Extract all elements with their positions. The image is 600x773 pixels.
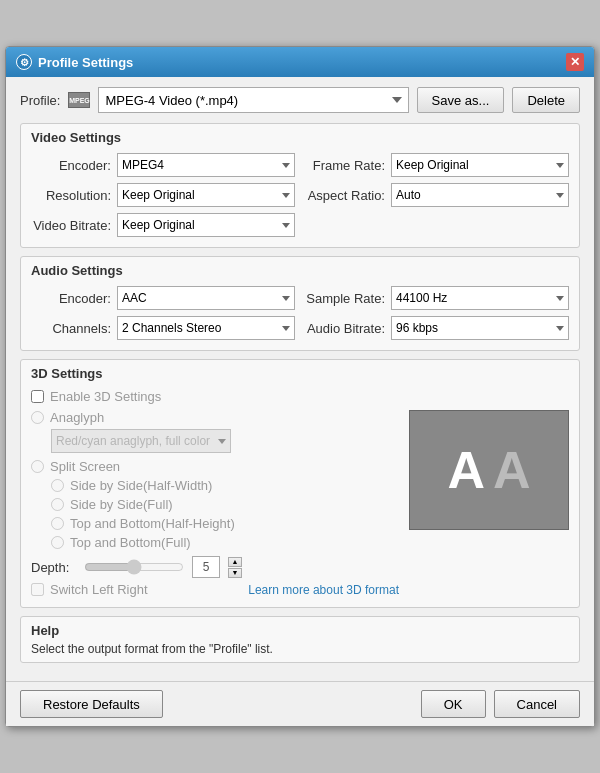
top-full-label[interactable]: Top and Bottom(Full) xyxy=(70,535,191,550)
depth-up-button[interactable]: ▲ xyxy=(228,557,242,567)
profile-select[interactable]: MPEG-4 Video (*.mp4) xyxy=(98,87,408,113)
enable-3d-label[interactable]: Enable 3D Settings xyxy=(50,389,161,404)
preview-aa-display: A A xyxy=(447,444,530,496)
mpeg-icon: MPEG xyxy=(68,92,90,108)
channels-label: Channels: xyxy=(31,321,111,336)
depth-value-input[interactable] xyxy=(192,556,220,578)
enable-3d-row: Enable 3D Settings xyxy=(31,389,569,404)
sample-rate-label: Sample Rate: xyxy=(305,291,385,306)
side-full-label[interactable]: Side by Side(Full) xyxy=(70,497,173,512)
top-full-row: Top and Bottom(Full) xyxy=(51,535,399,550)
audio-bitrate-row: Audio Bitrate: 96 kbps xyxy=(305,316,569,340)
side-half-row: Side by Side(Half-Width) xyxy=(51,478,399,493)
top-half-label[interactable]: Top and Bottom(Half-Height) xyxy=(70,516,235,531)
top-full-radio[interactable] xyxy=(51,536,64,549)
video-bitrate-label: Video Bitrate: xyxy=(31,218,111,233)
aspect-ratio-select[interactable]: Auto xyxy=(391,183,569,207)
audio-settings-grid: Encoder: AAC Sample Rate: 44100 Hz Chann… xyxy=(31,286,569,340)
dialog-title: Profile Settings xyxy=(38,55,133,70)
audio-bitrate-select[interactable]: 96 kbps xyxy=(391,316,569,340)
ok-button[interactable]: OK xyxy=(421,690,486,718)
help-text: Select the output format from the "Profi… xyxy=(31,642,569,656)
anaglyph-select-row: Red/cyan anaglyph, full color xyxy=(51,429,399,453)
profile-label: Profile: xyxy=(20,93,60,108)
sample-rate-row: Sample Rate: 44100 Hz xyxy=(305,286,569,310)
restore-defaults-button[interactable]: Restore Defaults xyxy=(20,690,163,718)
switch-lr-checkbox[interactable] xyxy=(31,583,44,596)
audio-encoder-row: Encoder: AAC xyxy=(31,286,295,310)
3d-content: Anaglyph Red/cyan anaglyph, full color S… xyxy=(31,410,569,597)
profile-settings-dialog: ⚙ Profile Settings ✕ Profile: MPEG MPEG-… xyxy=(5,46,595,727)
frame-rate-row: Frame Rate: Keep Original xyxy=(305,153,569,177)
dialog-icon: ⚙ xyxy=(16,54,32,70)
aspect-ratio-row: Aspect Ratio: Auto xyxy=(305,183,569,207)
close-button[interactable]: ✕ xyxy=(566,53,584,71)
channels-row: Channels: 2 Channels Stereo xyxy=(31,316,295,340)
top-half-row: Top and Bottom(Half-Height) xyxy=(51,516,399,531)
split-options: Side by Side(Half-Width) Side by Side(Fu… xyxy=(51,478,399,550)
top-half-radio[interactable] xyxy=(51,517,64,530)
resolution-label: Resolution: xyxy=(31,188,111,203)
cancel-button[interactable]: Cancel xyxy=(494,690,580,718)
audio-encoder-label: Encoder: xyxy=(31,291,111,306)
side-half-radio[interactable] xyxy=(51,479,64,492)
depth-label: Depth: xyxy=(31,560,76,575)
preview-a-left: A xyxy=(447,444,485,496)
enable-3d-checkbox[interactable] xyxy=(31,390,44,403)
encoder-label: Encoder: xyxy=(31,158,111,173)
switch-row: Switch Left Right Learn more about 3D fo… xyxy=(31,582,399,597)
side-full-radio[interactable] xyxy=(51,498,64,511)
audio-settings-section: Audio Settings Encoder: AAC Sample Rate:… xyxy=(20,256,580,351)
dialog-content: Profile: MPEG MPEG-4 Video (*.mp4) Save … xyxy=(6,77,594,681)
video-settings-section: Video Settings Encoder: MPEG4 Frame Rate… xyxy=(20,123,580,248)
footer-right: OK Cancel xyxy=(421,690,580,718)
frame-rate-select[interactable]: Keep Original xyxy=(391,153,569,177)
3d-settings-title: 3D Settings xyxy=(31,366,569,381)
resolution-row: Resolution: Keep Original xyxy=(31,183,295,207)
dialog-footer: Restore Defaults OK Cancel xyxy=(6,681,594,726)
split-screen-radio[interactable] xyxy=(31,460,44,473)
sample-rate-select[interactable]: 44100 Hz xyxy=(391,286,569,310)
video-settings-title: Video Settings xyxy=(31,130,569,145)
save-as-button[interactable]: Save as... xyxy=(417,87,505,113)
anaglyph-type-select[interactable]: Red/cyan anaglyph, full color xyxy=(51,429,231,453)
learn-more-link[interactable]: Learn more about 3D format xyxy=(248,583,399,597)
preview-a-right: A xyxy=(493,444,531,496)
resolution-select[interactable]: Keep Original xyxy=(117,183,295,207)
depth-down-button[interactable]: ▼ xyxy=(228,568,242,578)
title-bar: ⚙ Profile Settings ✕ xyxy=(6,47,594,77)
anaglyph-row: Anaglyph xyxy=(31,410,399,425)
frame-rate-label: Frame Rate: xyxy=(305,158,385,173)
anaglyph-label[interactable]: Anaglyph xyxy=(50,410,104,425)
video-bitrate-select[interactable]: Keep Original xyxy=(117,213,295,237)
aspect-ratio-label: Aspect Ratio: xyxy=(305,188,385,203)
3d-options-left: Anaglyph Red/cyan anaglyph, full color S… xyxy=(31,410,399,597)
encoder-select[interactable]: MPEG4 xyxy=(117,153,295,177)
split-screen-label[interactable]: Split Screen xyxy=(50,459,120,474)
switch-lr-label[interactable]: Switch Left Right xyxy=(50,582,148,597)
help-title: Help xyxy=(31,623,569,638)
profile-row: Profile: MPEG MPEG-4 Video (*.mp4) Save … xyxy=(20,87,580,113)
delete-button[interactable]: Delete xyxy=(512,87,580,113)
depth-slider[interactable] xyxy=(84,559,184,575)
audio-bitrate-label: Audio Bitrate: xyxy=(305,321,385,336)
encoder-row: Encoder: MPEG4 xyxy=(31,153,295,177)
channels-select[interactable]: 2 Channels Stereo xyxy=(117,316,295,340)
depth-row: Depth: ▲ ▼ xyxy=(31,556,399,578)
depth-spinner: ▲ ▼ xyxy=(228,557,242,578)
audio-encoder-select[interactable]: AAC xyxy=(117,286,295,310)
audio-settings-title: Audio Settings xyxy=(31,263,569,278)
3d-settings-section: 3D Settings Enable 3D Settings Anaglyph … xyxy=(20,359,580,608)
anaglyph-radio[interactable] xyxy=(31,411,44,424)
video-settings-grid: Encoder: MPEG4 Frame Rate: Keep Original… xyxy=(31,153,569,237)
help-section: Help Select the output format from the "… xyxy=(20,616,580,663)
side-half-label[interactable]: Side by Side(Half-Width) xyxy=(70,478,212,493)
3d-preview: A A xyxy=(409,410,569,530)
split-screen-row: Split Screen xyxy=(31,459,399,474)
video-bitrate-row: Video Bitrate: Keep Original xyxy=(31,213,295,237)
side-full-row: Side by Side(Full) xyxy=(51,497,399,512)
